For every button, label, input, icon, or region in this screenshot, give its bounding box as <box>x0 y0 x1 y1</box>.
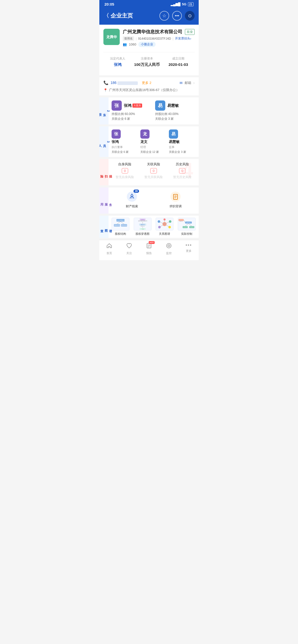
svg-text:xx集团公司: xx集团公司 <box>179 221 183 222</box>
established-label: 成立日期 <box>169 56 188 61</box>
phone-number[interactable]: 186 <box>111 81 139 85</box>
uscc-number: 91440101MA5D3TFJ4D <box>138 37 171 40</box>
services-content: 39 财产线索 <box>109 187 199 214</box>
personnel-name: 张鸿 <box>112 140 119 144</box>
status-time: 20:05 <box>104 2 114 6</box>
more-phones[interactable]: 更多 2 <box>142 81 151 85</box>
hot-badge: HOT <box>149 241 155 244</box>
svg-rect-52 <box>147 243 151 248</box>
nav-report-label: 报告 <box>146 251 152 255</box>
personnel-role: 执行董事 <box>112 145 123 149</box>
personnel-detail: 关联企业 6 家 <box>112 150 129 154</box>
risk-section: 风险扫描 自身风险 0 暂无自身风险 关联风险 0 暂无关联风险 历史风险 0 … <box>99 159 199 185</box>
svg-text:上海XX公司: 上海XX公司 <box>114 225 120 226</box>
scan-icon: ⊙ <box>188 13 192 19</box>
svg-text:北京XX股份有限公司: 北京XX股份有限公司 <box>138 220 147 222</box>
favorite-button[interactable]: ☆ <box>159 11 169 21</box>
legal-rep-value: 张鸿 <box>110 62 125 67</box>
registered-value: 100万元人民币 <box>134 62 160 67</box>
more-options-button[interactable]: ••• <box>172 11 182 21</box>
svg-text:实际控制: 实际控制 <box>179 219 183 221</box>
invoice-link[interactable]: 开发票抬头 › <box>175 36 191 41</box>
status-bar: 20:05 ▂▄▆█ 5G 21 <box>99 0 199 8</box>
people-count: 1060 <box>129 42 136 46</box>
chart-equity-penetration-label: 股权穿透图 <box>136 232 150 236</box>
nav-report[interactable]: HOT 报告 <box>139 243 159 255</box>
charts-section: 查查图谱 北京XX有限公司 上海XX公司 <box>99 216 199 238</box>
related-risk-count: 0 <box>150 168 157 173</box>
company-logo: 龙腾华 <box>103 29 120 45</box>
nav-home-label: 首页 <box>106 251 112 255</box>
shareholder-name: 易慧敏 <box>167 103 179 108</box>
historical-risk-item[interactable]: 历史风险 0 暂无历史风险 4 <box>169 162 196 179</box>
registered-capital-item: 注册资本 100万元人民币 <box>134 56 160 67</box>
service-item-assets[interactable]: 39 财产线索 <box>112 191 152 209</box>
contact-chevron-icon: › <box>193 81 195 85</box>
nav-home[interactable]: 首页 <box>99 243 119 255</box>
page-title: 企业主页 <box>111 12 133 20</box>
chart-relations-label: 关系图谱 <box>159 232 170 236</box>
svg-text:目标公司: 目标公司 <box>141 224 145 225</box>
personnel-item[interactable]: 张 张鸿 执行董事 关联企业 6 家 <box>112 129 138 154</box>
shareholder-detail: 持股比例 60.00%关联企业 6 家 <box>112 112 152 121</box>
nav-monitor[interactable]: 监控 <box>159 243 179 255</box>
personnel-item[interactable]: 龙 龙文 经理 关联企业 12 家 <box>140 129 167 154</box>
risk-watermark: 4 <box>182 158 193 182</box>
email-icon: ✉ <box>180 81 183 85</box>
equity-structure-thumbnail: 北京XX有限公司 上海XX公司 北京XX公司 <box>112 218 129 230</box>
personnel-name: 易慧敏 <box>169 140 180 144</box>
chart-actual-control[interactable]: 实际控制 xx集团公司 目标公司 xx有限公司 xx有限公司 <box>177 218 197 236</box>
nav-follow[interactable]: 关注 <box>119 243 139 255</box>
service-assets-label: 财产线索 <box>126 204 138 209</box>
phone-icon: 📞 <box>103 80 109 85</box>
address-text: 广州市天河区灵山东路16号306-67（仅限办公） <box>109 88 179 92</box>
address-row[interactable]: 📍 广州市天河区灵山东路16号306-67（仅限办公） <box>103 88 195 92</box>
shareholder-item[interactable]: 张 张鸿 大股东 持股比例 60.00%关联企业 6 家 <box>112 100 152 121</box>
shareholder-detail: 持股比例 40.00%关联企业 3 家 <box>155 112 196 121</box>
service-background-label: 求职背调 <box>169 204 182 209</box>
svg-point-2 <box>170 192 181 202</box>
personnel-section: 人员3 张 张鸿 执行董事 关联企业 6 家 龙 龙文 经理 <box>99 126 199 157</box>
self-risk-item[interactable]: 自身风险 0 暂无自身风险 <box>112 162 138 179</box>
legal-rep-label: 法定代表人 <box>110 56 125 61</box>
more-icon: ••• <box>175 13 179 18</box>
status-badge: 在业 <box>185 29 195 35</box>
heart-icon <box>126 243 132 250</box>
related-risk-label: 关联风险 <box>140 162 167 167</box>
personnel-role: 监事 <box>169 145 174 149</box>
related-risk-item[interactable]: 关联风险 0 暂无关联风险 <box>140 162 167 179</box>
personnel-item[interactable]: 易 易慧敏 监事 关联企业 3 家 <box>169 129 196 154</box>
svg-text:目标公司: 目标公司 <box>186 222 191 223</box>
svg-text:北京XX有限公司: 北京XX有限公司 <box>116 219 125 221</box>
avatar: 张 <box>112 129 121 139</box>
report-icon <box>146 244 152 250</box>
email-label[interactable]: 邮箱 <box>185 81 191 85</box>
svg-text:北京XX公司: 北京XX公司 <box>121 225 127 226</box>
personnel-sidebar: 人员3 <box>99 126 109 157</box>
phone-row: 📞 186 更多 2 ✉ 邮箱 › <box>103 80 195 85</box>
nav-follow-label: 关注 <box>126 251 132 255</box>
personnel-role: 经理 <box>140 145 146 149</box>
equity-penetration-thumbnail: 控股股东 北京XX股份有限公司 目标公司 XX有限公司 子公司 <box>134 218 152 230</box>
chart-relations[interactable]: 关系图谱 <box>155 218 175 236</box>
service-item-background[interactable]: 求职背调 <box>155 191 196 209</box>
svg-text:xx有限公司: xx有限公司 <box>190 227 194 228</box>
service-badge: 39 <box>133 189 139 193</box>
nav-monitor-label: 监控 <box>166 251 172 255</box>
nav-more-icon: ••• <box>186 243 192 248</box>
svg-text:控股股东: 控股股东 <box>141 219 145 220</box>
actual-control-thumbnail: 实际控制 xx集团公司 目标公司 xx有限公司 xx有限公司 <box>178 218 196 230</box>
scan-button[interactable]: ⊙ <box>185 11 195 21</box>
back-button[interactable]: 〈 企业主页 <box>103 12 133 20</box>
legal-rep-item[interactable]: 法定代表人 张鸿 <box>110 56 125 67</box>
personnel-name: 龙文 <box>140 140 147 144</box>
nav-more[interactable]: ••• 更多 <box>179 243 199 255</box>
shareholder-item[interactable]: 易 易慧敏 持股比例 40.00%关联企业 3 家 <box>155 100 196 121</box>
shareholders-section: 股东2 张 张鸿 大股东 持股比例 60.00%关联企业 <box>99 97 199 124</box>
services-section: 常用服务 39 <box>99 187 199 214</box>
chart-equity-structure[interactable]: 北京XX有限公司 上海XX公司 北京XX公司 股权结构 <box>111 218 131 236</box>
former-name-tag[interactable]: 曾用名 <box>123 36 134 41</box>
risk-sidebar: 风险扫描 <box>99 159 109 185</box>
chart-equity-penetration[interactable]: 控股股东 北京XX股份有限公司 目标公司 XX有限公司 子公司 股权穿透图 <box>133 218 153 236</box>
chart-actual-control-label: 实际控制 <box>181 232 192 236</box>
